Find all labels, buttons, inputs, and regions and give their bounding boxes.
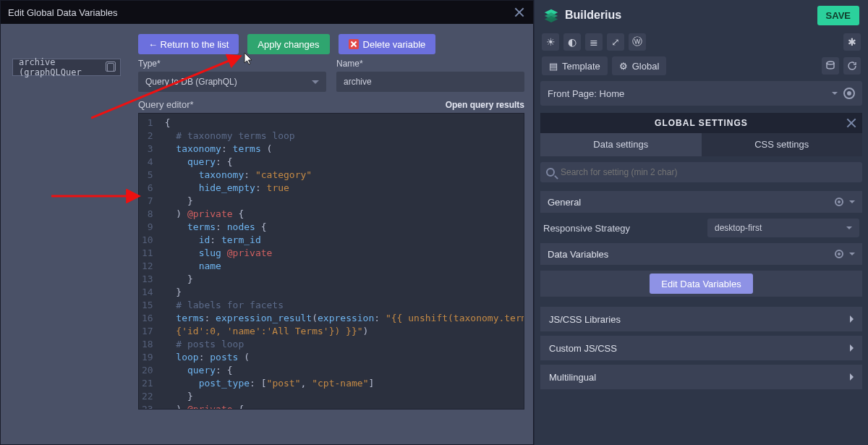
chevron-right-icon — [850, 344, 854, 352]
svg-point-2 — [827, 62, 834, 64]
chevron-right-icon — [850, 315, 854, 323]
close-icon[interactable] — [845, 116, 858, 130]
section-custom-jscss[interactable]: Custom JS/CSS — [540, 336, 862, 360]
wordpress-icon[interactable]: ⓦ — [629, 33, 646, 51]
name-input[interactable] — [336, 72, 524, 92]
brand-logo-icon — [543, 7, 559, 23]
refresh-icon[interactable] — [843, 57, 861, 75]
chevron-down-icon — [312, 80, 319, 84]
chevron-down-icon — [849, 200, 855, 203]
section-general-label: General — [548, 197, 581, 208]
bug-icon[interactable]: ✱ — [843, 33, 861, 51]
scope-row: ▤ Template ⚙ Global — [535, 54, 868, 78]
editor-gutter: 1234567891011121314151617181920212223242… — [139, 114, 159, 409]
responsive-strategy-select[interactable]: desktop-first — [707, 219, 859, 237]
delete-variable-label: Delete variable — [363, 39, 426, 50]
edit-data-variables-button[interactable]: Edit Data Variables — [650, 274, 752, 294]
settings-title: GLOBAL SETTINGS — [655, 118, 748, 128]
list-icon[interactable]: ≣ — [585, 33, 603, 51]
section-multilingual-label: Multilingual — [549, 372, 596, 383]
variable-chip-label: archive (graphQLQuer — [19, 57, 107, 77]
delete-icon — [349, 39, 359, 49]
apply-changes-button[interactable]: Apply changes — [247, 34, 329, 54]
tab-css-settings[interactable]: CSS settings — [702, 133, 863, 156]
scope-template-label: Template — [562, 61, 600, 72]
edit-variables-modal: Edit Global Data Variables ← Return to t… — [0, 0, 534, 445]
brand: Builderius — [543, 7, 621, 23]
cursor-icon — [243, 51, 255, 66]
edit-variables-row: Edit Data Variables — [540, 271, 862, 297]
brightness-icon[interactable]: ☀ — [542, 33, 559, 51]
chevron-down-icon — [846, 226, 852, 229]
search-icon — [546, 168, 555, 177]
type-select[interactable]: Query to DB (GraphQL) — [138, 72, 326, 92]
settings-title-bar: GLOBAL SETTINGS — [540, 113, 862, 133]
scope-global[interactable]: ⚙ Global — [612, 56, 667, 75]
gear-icon: ⚙ — [619, 61, 628, 72]
breadcrumb[interactable]: Front Page: Home — [540, 81, 862, 106]
responsive-strategy-label: Responsive Strategy — [543, 223, 630, 234]
section-data-variables[interactable]: Data Variables — [540, 243, 862, 265]
type-select-value: Query to DB (GraphQL) — [145, 77, 237, 87]
open-query-results-link[interactable]: Open query results — [446, 100, 524, 110]
type-label: Type* — [138, 59, 326, 69]
copy-icon[interactable] — [107, 63, 114, 72]
variable-form: Type* Query to DB (GraphQL) Name* Query … — [138, 59, 524, 410]
eye-icon[interactable] — [843, 88, 855, 99]
close-icon[interactable] — [513, 6, 526, 19]
query-editor-label: Query editor* — [138, 99, 194, 110]
section-custom-jscss-label: Custom JS/CSS — [549, 343, 617, 354]
section-multilingual[interactable]: Multilingual — [540, 365, 862, 389]
brand-row: Builderius SAVE — [535, 0, 868, 30]
settings-search[interactable] — [540, 162, 862, 182]
chevron-down-icon — [849, 253, 855, 255]
annotation-arrow-icon — [51, 189, 145, 203]
section-jscss-libraries-label: JS/CSS Libraries — [549, 314, 621, 325]
variable-chip[interactable]: archive (graphQLQuer — [12, 59, 121, 76]
settings-search-input[interactable] — [561, 167, 856, 177]
section-jscss-libraries[interactable]: JS/CSS Libraries — [540, 307, 862, 331]
radio-on-icon — [835, 250, 843, 258]
editor-code[interactable]: { # taxonomy terms loop taxonomy: terms … — [159, 114, 524, 409]
database-icon[interactable] — [822, 57, 839, 75]
responsive-strategy-row: Responsive Strategy desktop-first — [540, 217, 862, 239]
scope-global-label: Global — [632, 61, 660, 72]
template-icon: ▤ — [549, 61, 558, 72]
delete-variable-button[interactable]: Delete variable — [339, 34, 436, 54]
breadcrumb-text: Front Page: Home — [548, 88, 624, 99]
query-editor[interactable]: 1234567891011121314151617181920212223242… — [138, 113, 524, 410]
section-data-variables-label: Data Variables — [548, 249, 608, 260]
brand-name: Builderius — [565, 9, 621, 22]
modal-action-row: ← Return to the list Apply changes Delet… — [1, 24, 533, 60]
scope-template[interactable]: ▤ Template — [542, 56, 608, 75]
modal-header: Edit Global Data Variables — [1, 1, 533, 24]
chevron-right-icon — [850, 373, 854, 381]
save-button[interactable]: SAVE — [817, 6, 859, 25]
section-general[interactable]: General — [540, 191, 862, 213]
modal-title: Edit Global Data Variables — [8, 7, 118, 18]
name-label: Name* — [336, 59, 524, 69]
settings-tabs: Data settings CSS settings — [540, 133, 862, 156]
responsive-strategy-value: desktop-first — [715, 223, 762, 233]
toolbar: ☀ ◐ ≣ ⤢ ⓦ ✱ — [535, 30, 868, 54]
contrast-icon[interactable]: ◐ — [563, 33, 581, 51]
tab-data-settings[interactable]: Data settings — [540, 133, 702, 156]
sidebar: Builderius SAVE ☀ ◐ ≣ ⤢ ⓦ ✱ ▤ Template ⚙… — [534, 0, 868, 445]
return-to-list-button[interactable]: ← Return to the list — [138, 34, 239, 54]
radio-on-icon — [835, 198, 843, 206]
chevron-down-icon[interactable] — [832, 92, 838, 95]
expand-icon[interactable]: ⤢ — [607, 33, 624, 51]
